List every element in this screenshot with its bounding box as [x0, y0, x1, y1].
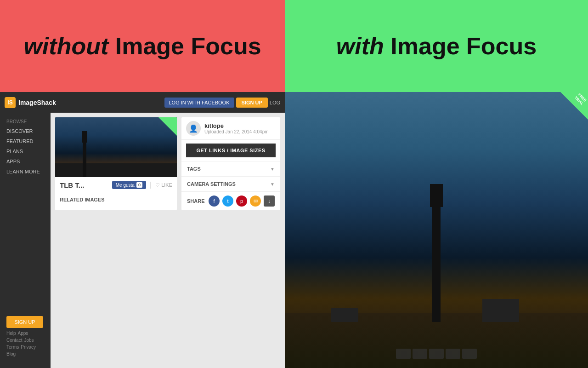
sidebar-item-learn-more[interactable]: LEARN MORE — [0, 167, 51, 177]
banner-right-italic: with — [336, 33, 384, 59]
sidebar: Browse DISCOVER FEATURED PLANS APPS LEAR… — [0, 113, 51, 368]
sidebar-link-contact[interactable]: Contact — [6, 338, 22, 343]
username: kitlope — [204, 122, 269, 129]
sidebar-item-plans[interactable]: PLANS — [0, 146, 51, 156]
toolbar-item-1[interactable] — [396, 349, 411, 359]
facebook-login-button[interactable]: LOG IN WITH FACEBOOK — [164, 98, 234, 108]
camera-settings-accordion-header[interactable]: CAMERA SETTINGS ▼ — [181, 177, 280, 191]
pinterest-share-icon[interactable]: p — [236, 196, 247, 207]
twitter-share-icon[interactable]: t — [222, 196, 233, 207]
sidebar-nav: Browse DISCOVER FEATURED PLANS APPS LEAR… — [0, 117, 51, 311]
email-share-icon[interactable]: ✉ — [250, 196, 261, 207]
toolbar-item-2[interactable] — [413, 349, 427, 359]
avatar: 👤 — [186, 121, 201, 136]
camera-settings-accordion: CAMERA SETTINGS ▼ — [181, 176, 280, 191]
banner-right-text: with Image Focus — [336, 32, 537, 60]
logo-text: ImageShack — [18, 99, 56, 106]
toolbar-item-3[interactable] — [429, 349, 444, 359]
related-images-label: RELATED IMAGES — [55, 193, 177, 206]
header-buttons: LOG IN WITH FACEBOOK SIGN UP LOG — [164, 98, 281, 108]
sidebar-links: Help Apps Contact Jobs Terms Privacy Blo… — [6, 331, 44, 356]
ground-silhouette — [55, 163, 177, 177]
logo-area: IS ImageShack — [5, 97, 164, 108]
imageshack-body: Browse DISCOVER FEATURED PLANS APPS LEAR… — [0, 113, 285, 368]
tags-accordion: TAGS ▼ — [181, 161, 280, 176]
facebook-share-icon[interactable]: f — [209, 196, 220, 207]
sidebar-footer: SIGN UP Help Apps Contact Jobs Terms Pri… — [0, 311, 51, 363]
get-links-button[interactable]: GET LINKS / IMAGE SIZES — [186, 144, 276, 157]
user-panel: 👤 kitlope Uploaded Jan 22, 2014 4:04pm G… — [181, 117, 280, 210]
banner-right: with Image Focus — [285, 0, 588, 92]
sidebar-link-blog[interactable]: Blog — [6, 351, 16, 356]
sidebar-link-privacy[interactable]: Privacy — [21, 345, 36, 350]
focus-toolbar — [396, 349, 477, 359]
download-icon[interactable]: ↓ — [264, 196, 275, 207]
upload-date: Uploaded Jan 22, 2014 4:04pm — [204, 129, 269, 134]
ruins-right — [482, 299, 519, 322]
log-button[interactable]: LOG — [270, 100, 280, 105]
sidebar-link-help[interactable]: Help — [6, 331, 16, 336]
focus-tower — [432, 202, 441, 322]
focus-image-area: FREETRIAL — [285, 92, 588, 368]
content-inner: ⤢ TLB T... Me gusta 0 | ♡ LIKE — [55, 117, 280, 210]
user-info: kitlope Uploaded Jan 22, 2014 4:04pm — [204, 122, 269, 134]
ruins-left — [331, 308, 358, 322]
image-preview: ⤢ — [55, 117, 177, 177]
signup-button-header[interactable]: SIGN UP — [236, 98, 268, 108]
like-separator: | — [150, 181, 152, 189]
logo-icon: IS — [5, 97, 16, 108]
banner-left-normal: Image Focus — [108, 33, 261, 59]
banner-left: without Image Focus — [0, 0, 285, 92]
like-button[interactable]: Me gusta 0 — [112, 181, 146, 189]
tags-chevron-icon: ▼ — [270, 167, 275, 172]
sidebar-item-discover[interactable]: DISCOVER — [0, 126, 51, 136]
camera-settings-chevron-icon: ▼ — [270, 182, 275, 187]
image-bg — [55, 117, 177, 177]
share-row: SHARE f t p ✉ ↓ — [181, 191, 280, 210]
tags-label: TAGS — [187, 166, 201, 172]
sidebar-link-terms[interactable]: Terms — [6, 345, 19, 350]
signup-button-sidebar[interactable]: SIGN UP — [6, 316, 43, 328]
focus-image-bg — [285, 92, 588, 368]
image-info-row: TLB T... Me gusta 0 | ♡ LIKE — [55, 177, 177, 193]
sidebar-browse-label: Browse — [0, 117, 51, 126]
image-title: TLB T... — [60, 181, 108, 189]
like-label: Me gusta — [116, 183, 135, 188]
user-row: 👤 kitlope Uploaded Jan 22, 2014 4:04pm — [181, 117, 280, 140]
top-banner: without Image Focus with Image Focus — [0, 0, 588, 92]
sidebar-link-jobs[interactable]: Jobs — [24, 338, 34, 343]
like-text[interactable]: ♡ LIKE — [155, 182, 172, 188]
like-count: 0 — [136, 182, 142, 188]
tower-silhouette — [83, 140, 86, 177]
imageshack-header: IS ImageShack LOG IN WITH FACEBOOK SIGN … — [0, 92, 285, 113]
share-label: SHARE — [187, 198, 206, 204]
sidebar-item-apps[interactable]: APPS — [0, 156, 51, 167]
imageshack-ui: IS ImageShack LOG IN WITH FACEBOOK SIGN … — [0, 92, 285, 368]
main-area: IS ImageShack LOG IN WITH FACEBOOK SIGN … — [0, 92, 588, 368]
imageshack-content: ⤢ TLB T... Me gusta 0 | ♡ LIKE — [51, 113, 285, 368]
camera-settings-label: CAMERA SETTINGS — [187, 181, 236, 187]
sidebar-link-apps[interactable]: Apps — [18, 331, 28, 336]
sidebar-item-featured[interactable]: FEATURED — [0, 136, 51, 146]
banner-right-normal: Image Focus — [384, 33, 537, 59]
banner-left-italic: without — [23, 33, 108, 59]
toolbar-item-5[interactable] — [462, 349, 477, 359]
toolbar-item-4[interactable] — [446, 349, 460, 359]
tags-accordion-header[interactable]: TAGS ▼ — [181, 161, 280, 176]
image-card: ⤢ TLB T... Me gusta 0 | ♡ LIKE — [55, 117, 177, 210]
banner-left-text: without Image Focus — [23, 32, 261, 60]
